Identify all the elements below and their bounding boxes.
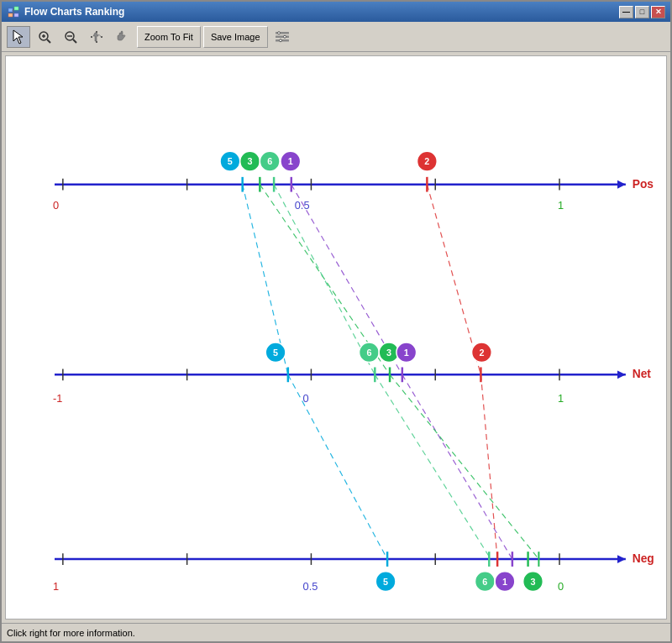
maximize-button[interactable]: □ — [635, 6, 649, 18]
svg-text:Neg: Neg — [633, 552, 654, 565]
window-title: Flow Charts Ranking — [24, 6, 124, 18]
window-icon — [7, 5, 20, 18]
svg-marker-21 — [617, 180, 626, 189]
svg-line-3 — [13, 8, 14, 10]
main-window: Flow Charts Ranking — □ ✕ — [0, 0, 672, 643]
svg-line-60 — [288, 374, 387, 559]
svg-rect-5 — [14, 13, 18, 17]
svg-text:0.5: 0.5 — [295, 199, 310, 212]
svg-text:5: 5 — [383, 577, 388, 587]
svg-marker-6 — [13, 30, 23, 44]
svg-text:0: 0 — [558, 580, 564, 593]
svg-text:5: 5 — [273, 348, 278, 358]
svg-line-13 — [73, 39, 76, 43]
svg-marker-32 — [617, 370, 626, 379]
select-tool-button[interactable] — [7, 26, 30, 48]
title-bar: Flow Charts Ranking — □ ✕ — [2, 2, 670, 22]
svg-text:-1: -1 — [53, 392, 62, 405]
zoom-in-button[interactable] — [33, 26, 56, 48]
close-button[interactable]: ✕ — [651, 6, 665, 18]
svg-text:1: 1 — [404, 348, 409, 358]
svg-text:6: 6 — [482, 577, 487, 587]
save-image-button[interactable]: Save Image — [203, 26, 268, 48]
svg-line-58 — [390, 374, 538, 559]
pan-button[interactable] — [85, 26, 108, 48]
chart-area[interactable]: Pos 0 0.5 1 Net -1 0 1 — [5, 55, 667, 619]
svg-text:0: 0 — [53, 199, 59, 212]
svg-point-19 — [279, 39, 281, 41]
svg-text:1: 1 — [53, 580, 59, 593]
svg-text:3: 3 — [248, 156, 253, 166]
svg-text:5: 5 — [228, 156, 233, 166]
svg-rect-0 — [8, 8, 13, 12]
minimize-button[interactable]: — — [619, 6, 633, 18]
settings-button[interactable] — [270, 26, 294, 48]
svg-rect-2 — [8, 13, 13, 17]
title-bar-left: Flow Charts Ranking — [7, 5, 124, 18]
svg-text:0: 0 — [303, 392, 309, 405]
svg-text:0.5: 0.5 — [303, 580, 318, 593]
svg-line-62 — [375, 374, 491, 559]
zoom-to-fit-button[interactable]: Zoom To Fit — [137, 26, 201, 48]
svg-text:1: 1 — [558, 199, 564, 212]
svg-line-4 — [13, 10, 14, 15]
svg-text:Net: Net — [633, 368, 652, 380]
svg-point-18 — [283, 35, 286, 38]
svg-text:3: 3 — [386, 348, 391, 358]
svg-text:2: 2 — [424, 156, 429, 166]
svg-line-56 — [480, 374, 497, 559]
svg-text:1: 1 — [288, 156, 293, 166]
status-text: Click right for more information. — [7, 628, 135, 638]
svg-text:3: 3 — [530, 577, 535, 587]
svg-text:2: 2 — [479, 348, 484, 358]
status-bar: Click right for more information. — [2, 623, 670, 641]
svg-point-17 — [277, 31, 280, 34]
svg-rect-15 — [276, 35, 289, 38]
svg-line-54 — [402, 374, 512, 559]
svg-text:Pos: Pos — [633, 178, 654, 191]
svg-text:1: 1 — [502, 577, 507, 587]
svg-line-55 — [427, 185, 480, 375]
svg-text:6: 6 — [267, 156, 272, 166]
title-bar-buttons: — □ ✕ — [619, 6, 665, 18]
chart-svg: Pos 0 0.5 1 Net -1 0 1 — [6, 56, 666, 619]
svg-rect-1 — [14, 7, 18, 10]
svg-text:6: 6 — [366, 348, 371, 358]
hand-pan-button[interactable] — [111, 26, 134, 48]
toolbar: Zoom To Fit Save Image — [2, 22, 670, 52]
svg-line-10 — [47, 39, 50, 43]
zoom-out-button[interactable] — [59, 26, 82, 48]
svg-text:1: 1 — [558, 392, 564, 405]
svg-marker-43 — [617, 555, 626, 563]
